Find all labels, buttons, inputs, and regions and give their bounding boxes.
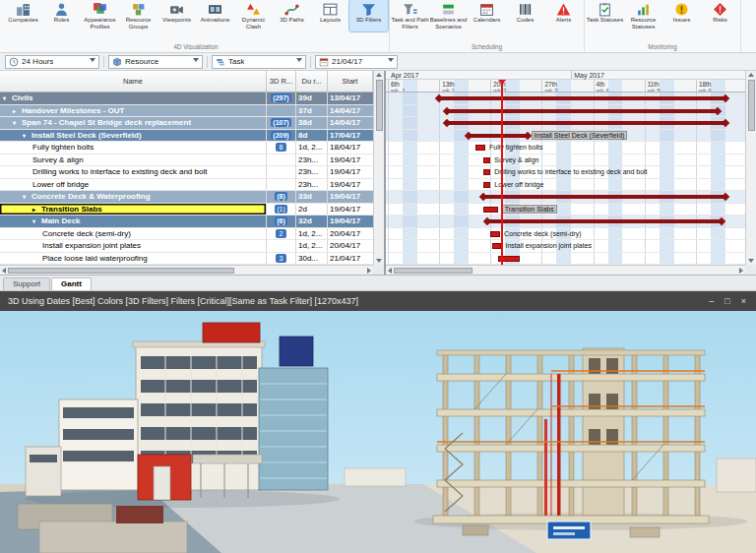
twisty-icon[interactable]: ▾	[13, 119, 20, 126]
gantt-row[interactable]	[386, 105, 745, 118]
ribbon-item-animations[interactable]: Animations	[196, 0, 234, 31]
maximize-button[interactable]: □	[723, 296, 731, 306]
gantt-bar-place-loose-laid-waterproofing[interactable]	[498, 256, 520, 262]
ribbon-item-codes[interactable]: Codes	[506, 0, 544, 31]
gantt-row[interactable]: Lower off bridge	[386, 179, 745, 192]
table-horizontal-scrollbar[interactable]	[0, 265, 373, 275]
table-row-transition-slabs[interactable]: ▸Transition Slabs(1)2d19/04/17	[0, 204, 373, 216]
ribbon-item-calendars[interactable]: Calendars	[468, 0, 506, 31]
gantt-bar-handover-milestones-out[interactable]	[447, 109, 719, 113]
gantt-bar-install-steel-deck-severfield[interactable]	[469, 134, 528, 138]
twisty-icon[interactable]: ▾	[32, 217, 39, 224]
table-row-install-steel-deck-severfield[interactable]: ▾Install Steel Deck (Severfield)(209)8d1…	[0, 130, 373, 143]
gantt-bar-concrete-deck-waterproofing[interactable]	[483, 195, 725, 199]
scrollbar-thumb[interactable]	[8, 268, 234, 274]
column-header-name[interactable]: Name	[0, 71, 267, 92]
scroll-right-icon[interactable]	[367, 268, 371, 274]
gantt-bar-concrete-deck-semi-dry[interactable]	[490, 231, 500, 237]
ribbon-item-alerts[interactable]: Alerts	[544, 0, 583, 31]
table-row-lower-off-bridge[interactable]: Lower off bridge23h...19/04/17	[0, 179, 373, 192]
twisty-icon[interactable]: ▾	[23, 132, 30, 139]
gantt-bar-survey-align[interactable]	[483, 157, 490, 163]
table-row-drilling-works-to-interface-to-existing-deck-and-bolt[interactable]: Drilling works to interface to existing …	[0, 166, 373, 179]
twisty-icon[interactable]: ▾	[23, 193, 30, 200]
scroll-right-icon[interactable]	[739, 268, 743, 274]
timeline-vertical-scrollbar[interactable]	[745, 71, 756, 265]
scroll-down-icon[interactable]	[748, 259, 754, 263]
gantt-row[interactable]: Transition Slabs	[386, 204, 745, 216]
gantt-row[interactable]: Install Steel Deck (Severfield)	[386, 130, 745, 143]
gantt-row[interactable]	[386, 215, 745, 228]
table-vertical-scrollbar[interactable]	[373, 71, 384, 265]
ribbon-item-layouts[interactable]: Layouts	[311, 0, 349, 31]
filter-field-24-hours[interactable]: 24 Hours	[5, 55, 99, 69]
gantt-bar-drilling-works-to-interface-to-existing-deck-and-bolt[interactable]	[483, 169, 490, 175]
table-row-main-deck[interactable]: ▾Main Deck(6)32d19/04/17	[0, 215, 373, 228]
table-row-handover-milestones-out[interactable]: ▸Handover Milestones - OUT37d14/04/17	[0, 105, 373, 118]
close-button[interactable]: ×	[739, 296, 748, 306]
ribbon-item-risks[interactable]: Risks	[701, 0, 739, 31]
ribbon-item-companies[interactable]: Companies	[4, 0, 42, 31]
gantt-bar-span-74-chapel-st-bridge-deck-replacement[interactable]	[447, 121, 725, 125]
ribbon-item-viewpoints[interactable]: Viewpoints	[158, 0, 196, 31]
gantt-row[interactable]: Concrete deck (semi-dry)	[386, 228, 745, 241]
ribbon-item-resource-groups[interactable]: Resource Groups	[119, 0, 158, 31]
timeline-horizontal-scrollbar[interactable]	[386, 265, 745, 275]
column-header-start[interactable]: Start	[328, 71, 373, 92]
filter-field-task[interactable]: Task	[212, 55, 306, 69]
scroll-up-icon[interactable]	[748, 73, 754, 77]
timeline-rows[interactable]: Install Steel Deck (Severfield)Fully tig…	[386, 92, 745, 265]
table-row-fully-tighten-bolts[interactable]: Fully tighten bolts81d, 2...18/04/17	[0, 142, 373, 154]
scroll-down-icon[interactable]	[376, 259, 382, 263]
ribbon-item-task-and-path-filters[interactable]: Task and Path Filters	[391, 0, 429, 31]
gantt-bar-fully-tighten-bolts[interactable]	[475, 145, 485, 151]
scroll-left-icon[interactable]	[2, 268, 6, 274]
3d-scene[interactable]	[0, 311, 756, 553]
gantt-bar-lower-off-bridge[interactable]	[483, 182, 490, 188]
minimize-button[interactable]: –	[707, 296, 716, 306]
ribbon-item-baselines-and-scenarios[interactable]: Baselines and Scenarios	[429, 0, 468, 31]
gantt-row[interactable]	[386, 117, 745, 130]
ribbon-item-appearance-profiles[interactable]: Appearance Profiles	[81, 0, 119, 31]
gantt-bar-civils[interactable]	[439, 96, 725, 100]
table-row-span-74-chapel-st-bridge-deck-replacement[interactable]: ▾Span 74 - Chapel St Bridge deck replace…	[0, 117, 373, 130]
table-row-concrete-deck-waterproofing[interactable]: ▾Concrete Deck & Waterproofing(8)33d19/0…	[0, 191, 373, 204]
gantt-row[interactable]: Survey & align	[386, 154, 745, 167]
task-name-cell: Place loose laid waterproofing	[0, 253, 267, 265]
filter-field-resource[interactable]: Resource	[108, 55, 203, 69]
twisty-icon[interactable]: ▾	[3, 94, 10, 101]
table-row-civils[interactable]: ▾Civils(297)39d13/04/17	[0, 92, 373, 105]
gantt-row[interactable]	[386, 92, 745, 105]
tab-gantt[interactable]: Gantt	[51, 277, 92, 290]
gantt-row[interactable]	[386, 191, 745, 204]
ribbon-item-resource-statuses[interactable]: Resource Statuses	[624, 0, 662, 31]
table-row-place-loose-laid-waterproofing[interactable]: Place loose laid waterproofing330d...21/…	[0, 253, 373, 266]
gantt-row[interactable]: Fully tighten bolts	[386, 142, 745, 154]
gantt-row[interactable]: Drilling works to interface to existing …	[386, 166, 745, 179]
ribbon-item-task-statuses[interactable]: Task Statuses	[586, 0, 624, 31]
twisty-icon[interactable]: ▸	[13, 107, 20, 114]
scroll-up-icon[interactable]	[376, 73, 382, 77]
table-row-survey-align[interactable]: Survey & align23h...19/04/17	[0, 154, 373, 167]
ribbon-item-3d-paths[interactable]: 3D Paths	[273, 0, 311, 31]
gantt-bar-install-expansion-joint-plates[interactable]	[492, 243, 502, 249]
table-row-concrete-deck-semi-dry[interactable]: Concrete deck (semi-dry)21d, 2...20/04/1…	[0, 228, 373, 241]
ribbon-item-issues[interactable]: Issues	[662, 0, 701, 31]
scrollbar-thumb[interactable]	[376, 80, 383, 131]
ribbon-item-3d-filters[interactable]: 3D Filters	[349, 0, 388, 31]
scroll-left-icon[interactable]	[388, 268, 392, 274]
scrollbar-thumb[interactable]	[394, 268, 472, 274]
date-field[interactable]: 21/04/17	[315, 55, 398, 69]
twisty-icon[interactable]: ▸	[32, 206, 39, 213]
table-row-install-expansion-joint-plates[interactable]: Install expansion joint plates1d, 2...20…	[0, 240, 373, 253]
scrollbar-thumb[interactable]	[748, 80, 755, 131]
column-header-duration[interactable]: Du r...	[296, 71, 328, 92]
gantt-bar-transition-slabs[interactable]	[483, 207, 498, 213]
ribbon-item-dynamic-clash-detection[interactable]: Dynamic Clash Detection	[234, 0, 273, 31]
tab-support[interactable]: Support	[3, 277, 50, 290]
gantt-row[interactable]: Install expansion joint plates	[386, 240, 745, 253]
gantt-row[interactable]	[386, 253, 745, 266]
ribbon-item-roles[interactable]: Roles	[42, 0, 81, 31]
column-header-3d-resources[interactable]: 3D R...	[267, 71, 296, 92]
gantt-bar-main-deck[interactable]	[487, 219, 722, 223]
